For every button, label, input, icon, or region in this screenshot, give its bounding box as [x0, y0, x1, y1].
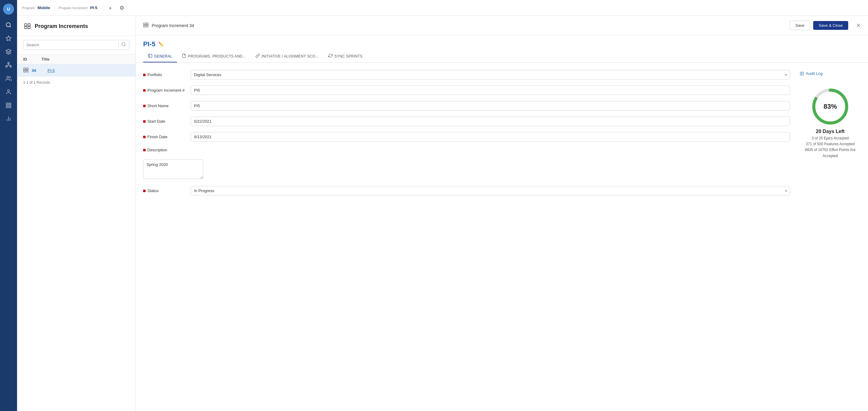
close-button[interactable]: ✕ [856, 22, 861, 29]
progress-container: 83% 20 Days Left 3 of 25 Epics Accepted … [800, 87, 861, 159]
table-row[interactable]: 34 PI-5 [17, 64, 135, 77]
content-layout: Program Increments ID Title [17, 16, 868, 411]
pi-num-row: Program Increment # [143, 86, 790, 95]
save-button[interactable]: Save [790, 21, 810, 30]
finish-date-input-wrapper [191, 132, 790, 141]
audit-log-button[interactable]: Audit Log [800, 70, 823, 77]
sidebar-icon-user[interactable] [3, 87, 14, 97]
svg-rect-14 [6, 106, 8, 108]
pi-num-input[interactable] [191, 86, 790, 95]
detail-sidebar: Audit Log 83% 20 Days Left 3 of 25 [800, 70, 861, 404]
svg-rect-26 [27, 68, 28, 70]
start-date-input-wrapper [191, 117, 790, 126]
svg-point-23 [122, 43, 125, 46]
description-required [143, 149, 146, 151]
status-required [143, 190, 146, 192]
svg-marker-2 [6, 36, 11, 41]
records-count: 1-1 of 1 Records [17, 77, 135, 88]
sidebar: U [0, 0, 17, 411]
sidebar-icon-chart[interactable] [3, 113, 14, 124]
pi-value: PI-5 [90, 5, 97, 10]
pi-num-input-wrapper [191, 86, 790, 95]
search-container [17, 36, 135, 55]
svg-rect-31 [144, 25, 146, 27]
detail-name: PI-5 [143, 40, 155, 48]
sidebar-icon-star[interactable] [3, 33, 14, 44]
short-name-input[interactable] [191, 101, 790, 110]
tab-sync[interactable]: SYNC SPRINTS [323, 51, 367, 62]
settings-button[interactable]: ⚙ [117, 3, 126, 12]
svg-point-0 [6, 23, 10, 27]
audit-log-label: Audit Log [806, 71, 823, 76]
start-date-required [143, 120, 146, 123]
short-name-label: Short Name [143, 101, 186, 108]
add-button[interactable]: ＋ [106, 3, 115, 12]
finish-date-required [143, 136, 146, 138]
save-close-button[interactable]: Save & Close [813, 21, 848, 30]
status-select[interactable]: In Progress [191, 186, 790, 195]
svg-rect-15 [9, 106, 11, 108]
svg-rect-29 [144, 23, 146, 25]
start-date-input[interactable] [191, 117, 790, 126]
epics-stat: 3 of 25 Epics Accepted [800, 135, 861, 141]
progress-days-left: 20 Days Left [816, 129, 844, 134]
left-panel: Program Increments ID Title [17, 16, 136, 411]
progress-percent: 83% [824, 103, 837, 110]
start-date-row: Start Date [143, 117, 790, 126]
svg-line-24 [125, 45, 125, 46]
svg-rect-25 [24, 68, 26, 70]
status-label: Status [143, 186, 186, 193]
tab-initiative[interactable]: INITIATIVE / ALIGNMENT SCO... [251, 51, 323, 62]
col-id-header: ID [23, 57, 41, 62]
pi-num-label: Program Increment # [143, 86, 186, 93]
description-input-wrapper: Spring 2020 [143, 160, 203, 180]
search-submit-button[interactable] [121, 42, 126, 48]
svg-rect-27 [24, 70, 26, 72]
tab-programs[interactable]: PROGRAMS, PRODUCTS AND... [177, 51, 251, 62]
detail-header: Program Increment 34 Save Save & Close ✕ [136, 16, 868, 35]
finish-date-label: Finish Date [143, 132, 186, 139]
tab-general[interactable]: GENERAL [143, 51, 177, 62]
edit-name-button[interactable]: ✏️ [158, 42, 163, 46]
portfolio-select[interactable]: Digital Services [191, 70, 790, 80]
tab-initiative-icon [255, 54, 260, 59]
status-row: Status In Progress ▾ [143, 186, 790, 195]
search-input[interactable] [27, 43, 116, 47]
program-breadcrumb: Program: Mobile [22, 5, 50, 10]
breadcrumb-chevron-1: › [54, 6, 55, 10]
row-title[interactable]: PI-5 [48, 68, 129, 73]
left-panel-title: Program Increments [35, 23, 88, 30]
sidebar-icon-search[interactable] [3, 20, 14, 30]
avatar[interactable]: U [3, 4, 14, 14]
tab-initiative-label: INITIATIVE / ALIGNMENT SCO... [261, 54, 318, 59]
pi-num-required [143, 89, 146, 92]
program-value: Mobile [37, 5, 50, 10]
right-panel: Program Increment 34 Save Save & Close ✕… [136, 16, 868, 411]
svg-rect-22 [28, 27, 30, 29]
description-input[interactable]: Spring 2020 [143, 160, 203, 179]
sidebar-icon-hierarchy[interactable] [3, 60, 14, 71]
svg-rect-20 [28, 24, 30, 26]
short-name-required [143, 105, 146, 107]
status-select-wrapper: In Progress ▾ [191, 186, 790, 195]
left-panel-header: Program Increments [17, 16, 135, 36]
pi-breadcrumb: Program Increment: PI-5 [59, 5, 97, 10]
sidebar-icon-network[interactable] [3, 46, 14, 57]
svg-rect-4 [6, 66, 7, 67]
svg-rect-32 [147, 25, 148, 27]
sidebar-icon-board[interactable] [3, 100, 14, 111]
start-date-label: Start Date [143, 117, 186, 124]
detail-header-actions: Save Save & Close ✕ [790, 21, 861, 30]
table-header: ID Title [17, 55, 135, 64]
short-name-row: Short Name [143, 101, 790, 110]
svg-rect-5 [10, 66, 11, 67]
search-divider [119, 43, 119, 48]
portfolio-row: Portfolio Digital Services ▾ [143, 70, 790, 80]
tab-sync-icon [328, 54, 333, 59]
row-pi-icon [23, 67, 29, 73]
sidebar-icon-team[interactable] [3, 73, 14, 84]
short-name-input-wrapper [191, 101, 790, 110]
tab-general-label: GENERAL [154, 54, 172, 59]
finish-date-input[interactable] [191, 132, 790, 141]
svg-rect-13 [9, 103, 11, 105]
